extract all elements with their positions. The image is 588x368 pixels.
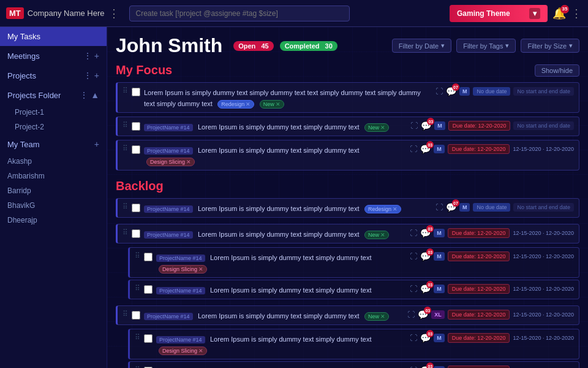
- comment-icon[interactable]: 💬 03: [421, 121, 431, 131]
- priority-badge: M: [434, 252, 445, 261]
- due-date-badge: Due date: 12-20-2020: [448, 310, 510, 320]
- date-range-badge: 12-15-2020 · 12-20-2020: [513, 253, 574, 259]
- completed-badge: Completed 30: [280, 41, 337, 51]
- due-date-badge: Due date: 12-20-2020: [448, 144, 510, 154]
- expand-icon[interactable]: ⛶: [410, 229, 417, 237]
- tag-close-icon[interactable]: ✕: [393, 206, 398, 212]
- comment-icon[interactable]: 💬 03: [420, 144, 431, 154]
- tag-close-icon[interactable]: ✕: [380, 313, 385, 320]
- drag-handle-icon[interactable]: ⠿: [123, 228, 128, 237]
- priority-badge: M: [434, 229, 445, 237]
- sidebar-item-projects-folder[interactable]: Projects Folder ⋮ ▲: [0, 85, 107, 105]
- backlog-header: Backlog: [116, 179, 579, 193]
- task-checkbox[interactable]: [132, 88, 140, 96]
- comment-icon[interactable]: 💬 03: [420, 228, 431, 238]
- drag-handle-icon[interactable]: ⠿: [123, 202, 128, 211]
- sidebar-item-my-tasks[interactable]: My Tasks: [0, 27, 107, 46]
- logo-badge: MT: [6, 7, 24, 19]
- tag-close-icon[interactable]: ✕: [186, 159, 191, 165]
- tag-close-icon[interactable]: ✕: [380, 232, 385, 238]
- sidebar-team-member-0[interactable]: Akashp: [0, 154, 107, 169]
- tag-close-icon[interactable]: ✕: [198, 348, 203, 354]
- task-content: ProjectName #14 Lorem Ipsum is simply du…: [156, 251, 406, 274]
- project-tag: ProjectName #14: [144, 205, 193, 213]
- sidebar-team-member-1[interactable]: Ambarishm: [0, 169, 107, 183]
- task-checkbox[interactable]: [144, 285, 153, 294]
- sidebar-subitem-project1[interactable]: Project-1: [0, 105, 107, 120]
- task-checkbox[interactable]: [132, 229, 140, 238]
- topbar: MT Company Name Here ⋮ Gaming Theme ▾ 🔔 …: [0, 0, 588, 27]
- drag-handle-icon[interactable]: ⠿: [123, 144, 128, 153]
- expand-icon[interactable]: ⛶: [410, 334, 417, 342]
- drag-handle-icon[interactable]: ⠿: [123, 121, 128, 129]
- backlog-group-2: ⠿ ProjectName #14 Lorem Ipsum is simply …: [116, 224, 579, 299]
- sidebar-team-member-4[interactable]: Dheerajp: [0, 213, 107, 228]
- topbar-more-icon[interactable]: ⋮: [571, 7, 582, 20]
- task-checkbox[interactable]: [132, 204, 140, 212]
- sidebar-projects-folder-label: Projects Folder: [7, 91, 76, 100]
- topbar-menu-icon[interactable]: ⋮: [108, 7, 119, 20]
- task-row: ⠿ ProjectName #14 Lorem Ipsum is simply …: [116, 198, 579, 218]
- sidebar-team-add-icon[interactable]: +: [94, 139, 99, 149]
- task-checkbox[interactable]: [132, 311, 140, 320]
- task-row: ⠿ ProjectName #14 Lorem Ipsum is simply …: [116, 305, 579, 325]
- task-checkbox[interactable]: [144, 334, 153, 343]
- expand-icon[interactable]: ⛶: [410, 252, 417, 261]
- notification-button[interactable]: 🔔 35: [552, 7, 566, 20]
- expand-icon[interactable]: ⛶: [407, 310, 415, 319]
- project-tag: ProjectName #14: [144, 124, 193, 131]
- task-checkbox[interactable]: [144, 253, 153, 261]
- comment-icon[interactable]: 💬 07: [446, 86, 456, 96]
- comment-icon[interactable]: 💬 03: [420, 284, 431, 294]
- sidebar-item-my-team[interactable]: My Team +: [0, 134, 107, 154]
- project-tag: ProjectName #14: [144, 147, 193, 155]
- tag-close-icon[interactable]: ✕: [380, 125, 385, 131]
- filter-size-button[interactable]: Filter by Size ▾: [521, 39, 579, 53]
- task-actions: ⛶ 💬 07 M No due date No start and end da…: [435, 86, 574, 96]
- theme-select[interactable]: Gaming Theme ▾: [450, 5, 548, 22]
- sidebar: My Tasks Meetings ⋮ + Projects ⋮ + Proje…: [0, 27, 107, 368]
- tag-close-icon[interactable]: ✕: [246, 101, 251, 107]
- filter-date-button[interactable]: Filter by Date ▾: [392, 39, 451, 53]
- expand-icon[interactable]: ⛶: [435, 87, 443, 96]
- tag-close-icon[interactable]: ✕: [276, 101, 281, 107]
- task-row-sub: ⠿ ProjectName #14 Lorem Ipsum is simply …: [128, 280, 579, 299]
- priority-badge: M: [434, 121, 445, 130]
- task-input[interactable]: [129, 6, 350, 21]
- sidebar-subitem-project2[interactable]: Project-2: [0, 120, 107, 134]
- drag-handle-icon[interactable]: ⠿: [135, 366, 140, 368]
- filter-tags-button[interactable]: Filter by Tags ▾: [456, 39, 516, 53]
- content-header: John Smith Open 45 Completed 30 Filter b…: [116, 34, 579, 57]
- show-hide-button[interactable]: Show/hide: [535, 64, 579, 77]
- tag-new: New ✕: [260, 100, 284, 109]
- sidebar-item-projects[interactable]: Projects ⋮ +: [0, 66, 107, 85]
- sidebar-team-member-3[interactable]: BhavikG: [0, 198, 107, 213]
- drag-handle-icon[interactable]: ⠿: [123, 86, 128, 95]
- expand-icon[interactable]: ⛶: [410, 285, 417, 293]
- expand-icon[interactable]: ⛶: [435, 203, 443, 212]
- due-date-badge: Due date: 12-20-2020: [448, 333, 510, 343]
- expand-icon[interactable]: ⛶: [410, 121, 418, 130]
- sidebar-item-meetings[interactable]: Meetings ⋮ +: [0, 46, 107, 66]
- sidebar-team-member-2[interactable]: Barridp: [0, 183, 107, 198]
- comment-icon[interactable]: 💬 03: [420, 366, 431, 368]
- drag-handle-icon[interactable]: ⠿: [123, 310, 128, 318]
- task-text: Lorem Ipsum is simply dummy text simply …: [198, 312, 359, 320]
- backlog-section: Backlog ⠿ ProjectName #14 Lorem Ipsum is…: [116, 179, 579, 368]
- task-checkbox[interactable]: [132, 145, 140, 154]
- drag-handle-icon[interactable]: ⠿: [135, 333, 140, 342]
- drag-handle-icon[interactable]: ⠿: [135, 251, 140, 260]
- expand-icon[interactable]: ⛶: [410, 145, 417, 153]
- task-checkbox[interactable]: [132, 122, 140, 131]
- comment-icon[interactable]: 💬 03: [418, 310, 428, 320]
- comment-icon[interactable]: 💬 07: [446, 202, 456, 212]
- priority-badge: M: [459, 87, 470, 96]
- date-range-badge: 12-15-2020 · 12-20-2020: [513, 286, 574, 292]
- task-text: Lorem Ipsum is simply dummy text simply …: [210, 286, 371, 294]
- date-range-badge: 12-15-2020 · 12-20-2020: [513, 335, 574, 341]
- task-actions: ⛶ 💬 03 M Due date: 12-20-2020 12-15-2020…: [410, 333, 574, 343]
- tag-close-icon[interactable]: ✕: [198, 266, 203, 272]
- comment-icon[interactable]: 💬 03: [420, 333, 431, 343]
- comment-icon[interactable]: 💬 03: [420, 251, 431, 261]
- drag-handle-icon[interactable]: ⠿: [135, 284, 140, 293]
